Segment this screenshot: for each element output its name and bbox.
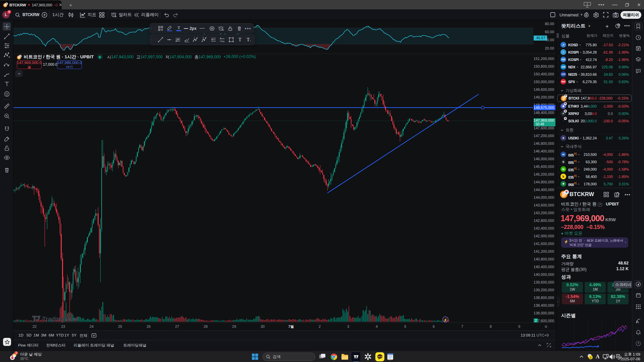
svg-text:143,200,000: 143,200,000 (534, 211, 554, 215)
svg-text:45.67: 45.67 (536, 36, 545, 40)
svg-text:A: A (203, 37, 204, 38)
svg-text:50:48: 50:48 (536, 122, 544, 126)
svg-text:2: 2 (535, 319, 537, 322)
svg-text:2: 2 (319, 324, 321, 328)
svg-text:149,200,000: 149,200,000 (534, 95, 554, 99)
svg-text:C: C (206, 37, 207, 38)
svg-text:25: 25 (118, 324, 122, 328)
svg-text:138,800,000: 138,800,000 (534, 296, 554, 300)
svg-text:29: 29 (232, 324, 236, 328)
svg-text:147,600,000: 147,600,000 (534, 126, 554, 130)
svg-text:TradingView: TradingView (42, 316, 78, 322)
svg-text:5: 5 (404, 324, 406, 328)
svg-text:?: ? (638, 342, 639, 345)
svg-text:8: 8 (490, 324, 492, 328)
svg-text:142,800,000: 142,800,000 (534, 219, 554, 223)
svg-text:147,200,000: 147,200,000 (534, 134, 554, 138)
svg-text:146,400,000: 146,400,000 (534, 149, 554, 153)
svg-text:9: 9 (518, 324, 520, 328)
svg-text:140,800,000: 140,800,000 (534, 257, 554, 261)
svg-text:26: 26 (147, 324, 151, 328)
svg-text:0: 0 (590, 356, 591, 359)
svg-text:145,200,000: 145,200,000 (534, 172, 554, 176)
svg-text:144,000,000: 144,000,000 (534, 195, 554, 199)
svg-text:7: 7 (461, 324, 463, 328)
svg-text:23: 23 (61, 324, 65, 328)
svg-text:5: 5 (197, 37, 198, 38)
svg-text:28: 28 (204, 324, 208, 328)
svg-text:139,600,000: 139,600,000 (534, 280, 554, 284)
svg-text:141,200,000: 141,200,000 (534, 249, 554, 253)
svg-text:145,600,000: 145,600,000 (534, 165, 554, 169)
svg-text:149,600,000: 149,600,000 (534, 87, 554, 92)
svg-text:140,000,000: 140,000,000 (534, 273, 554, 277)
svg-text:148,400,000: 148,400,000 (534, 111, 554, 115)
svg-text:151,200,000: 151,200,000 (534, 57, 554, 61)
svg-text:144,400,000: 144,400,000 (534, 188, 554, 192)
svg-text:140,400,000: 140,400,000 (534, 265, 554, 269)
svg-text:24: 24 (90, 324, 94, 328)
svg-text:139,200,000: 139,200,000 (534, 288, 554, 292)
svg-text:⚙: ⚙ (545, 325, 548, 328)
svg-text:1: 1 (194, 37, 195, 38)
svg-text:150,400,000: 150,400,000 (534, 72, 554, 76)
svg-text:4: 4 (376, 324, 378, 328)
svg-text:20.00: 20.00 (545, 46, 554, 50)
svg-text:TALK: TALK (377, 356, 383, 358)
svg-text:80.00: 80.00 (545, 22, 554, 26)
svg-text:147,969,000: 147,969,000 (534, 118, 554, 122)
svg-text:22: 22 (33, 324, 37, 328)
svg-text:146,000,000: 146,000,000 (534, 157, 554, 161)
svg-text:144,800,000: 144,800,000 (534, 180, 554, 184)
svg-text:142,400,000: 142,400,000 (534, 226, 554, 230)
svg-text:150,800,000: 150,800,000 (534, 64, 554, 68)
svg-text:148,675,000: 148,675,000 (534, 106, 554, 110)
svg-text:142,000,000: 142,000,000 (534, 234, 554, 238)
svg-text:146,800,000: 146,800,000 (534, 141, 554, 145)
svg-text:27: 27 (175, 324, 179, 328)
svg-text:3: 3 (347, 324, 349, 328)
svg-text:60.00: 60.00 (545, 30, 554, 34)
svg-text:138,000,000: 138,000,000 (534, 311, 554, 315)
svg-text:141,600,000: 141,600,000 (534, 242, 554, 246)
svg-text:7월: 7월 (288, 324, 294, 328)
svg-text:30: 30 (261, 324, 265, 328)
svg-text:⚡: ⚡ (443, 318, 448, 322)
svg-text:150,000,000: 150,000,000 (534, 80, 554, 84)
svg-text:6: 6 (433, 324, 435, 328)
svg-text:138,400,000: 138,400,000 (534, 303, 554, 307)
svg-text:143,600,000: 143,600,000 (534, 203, 554, 207)
